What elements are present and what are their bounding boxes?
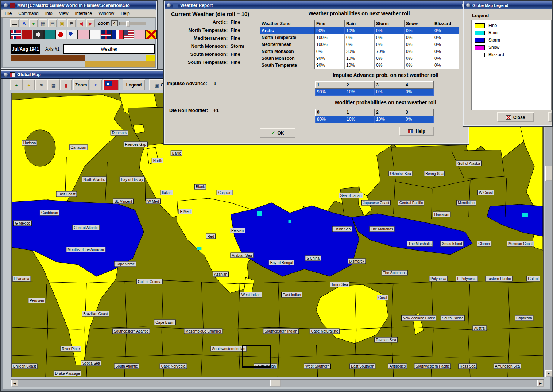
sea-zone-label: Faeroes Gap [124,142,148,147]
counters-button[interactable]: ● [10,79,23,90]
flag-france[interactable] [112,30,123,39]
annotation-button[interactable]: A [20,19,28,27]
flag-teal[interactable] [44,30,55,39]
windows-icon: ▦ [41,21,45,26]
menu-interface[interactable]: Interface [72,10,96,17]
grid-toggle-button[interactable]: ▦ [47,79,60,90]
prob-row[interactable]: South Temperate90%10%0%0%0% [260,62,459,69]
map-horizontal-scrollbar[interactable]: ◀ ▶ [11,379,544,387]
thermometer-button[interactable]: ▮ [60,79,72,90]
flag-white[interactable] [89,30,100,39]
sea-zone-label: Mozambique Channel [184,329,222,334]
menu-file[interactable]: File [1,10,15,17]
flag-toggle-button-icon: ⚑ [39,83,43,88]
windows-button[interactable]: ▦ [39,19,47,27]
current-zone-value: Fine [231,27,240,33]
impulse-advance-line: Impulse Advance:1 [167,81,216,86]
sea-zone-label: West Indian [240,292,262,298]
sea-zone-label: Xmas Island [440,241,463,247]
sea-areas-button[interactable]: ≈ [90,79,102,90]
flag-japan[interactable] [55,30,66,39]
flag-pink-2[interactable] [135,30,146,39]
nationality-flag-button[interactable] [103,79,119,90]
die-roll-modifier-value: +1 [213,108,219,113]
sea-zone-label: The Solomons [382,270,408,276]
flag-toggle-button[interactable]: ⚑ [35,79,47,90]
help-button[interactable]: Help [399,127,434,136]
sea-zone-label: Persian [230,228,245,233]
sea-zone-label: China Sea [332,226,352,232]
sea-zone-label: North [152,158,163,163]
mini-value-cell: 80% [316,116,345,123]
scroll-right-icon[interactable]: ▶ [537,380,544,387]
close-button[interactable]: Close [497,112,534,122]
prob-row[interactable]: Arctic90%10%0%0%0% [260,27,459,34]
rivet-icon [4,3,8,7]
menu-command[interactable]: Command [15,10,42,17]
global-map-toolbar: ●●⚑▦▮Zoom≈Legend▣Clos [10,79,176,92]
sea-zone-label: Canadian [69,145,88,150]
current-weather-header: Current Weather (die roll = 10) [171,11,249,17]
mini-column-header: 2 [375,109,404,116]
menu-view[interactable]: View [56,10,72,17]
sea-zone-label: Drake Passage [54,371,81,376]
weather-report-titlebar[interactable]: Weather Report [165,1,468,9]
weather-prob-header: Weather probabilities on next weather ro… [260,11,459,16]
snow-swatch [475,45,485,50]
prob-value-cell: 0% [405,34,433,41]
prob-zone-cell: North Monsoon [260,48,315,55]
ok-button[interactable]: ✔ OK [260,128,295,138]
flag-norway[interactable] [10,30,21,39]
flag-cross[interactable] [146,30,157,39]
prob-row[interactable]: North Temperate100%0%0%0%0% [260,34,459,41]
flag-uk[interactable] [101,30,112,39]
prob-row[interactable]: North Monsoon0%30%70%0%0% [260,48,459,55]
legend-titlebar[interactable]: Globe Map Legend [464,1,552,9]
flag-pink[interactable] [78,30,89,39]
sea-zone-label: Arabian Sea [230,253,253,258]
prob-row[interactable]: Mediterranean100%0%0%0%0% [260,41,459,48]
main-titlebar[interactable]: Mwif [C:\Matrix Games\World in Flames\Sc… [1,1,156,9]
menu-info[interactable]: Info [42,10,56,17]
scroll-left-icon[interactable]: ◀ [11,380,18,387]
flag-button[interactable]: ⚑ [67,19,76,27]
close-icon [506,115,511,120]
tile-button[interactable]: ▤ [48,19,57,27]
zoom-map-button-label: Zoom [75,82,87,88]
map-window-icon [10,72,15,77]
flag-usa[interactable] [123,30,134,39]
globe-button[interactable]: ● [29,19,38,27]
current-zone-label: Arctic: [164,19,228,25]
partial-button[interactable] [548,112,552,122]
current-zone-label: Mediterranean: [164,35,228,41]
current-weather-row: Mediterranean:Fine [164,34,244,42]
prob-column-header: Storm [375,20,405,27]
legend-button[interactable]: Legend [123,79,145,90]
back-button[interactable]: ◀ [77,19,85,27]
zoom-map-button[interactable]: Zoom [73,79,89,90]
zoom-slider[interactable] [119,22,146,25]
menu-help[interactable]: Help [117,10,133,17]
sea-zone-label: The Marshalls [407,241,433,247]
legend-entry: Fine [472,22,551,29]
markers-button[interactable]: ● [23,79,35,90]
prob-column-header: Snow [405,20,433,27]
units-button[interactable]: ▬ [10,19,19,27]
vscroll-track[interactable] [545,100,552,370]
flag-china[interactable] [67,30,78,39]
map-vertical-scrollbar[interactable]: ▲ ▼ [545,93,553,377]
forward-button[interactable]: ▶ [86,19,95,27]
die-roll-modifier-label: Die Roll Modifier: [169,108,208,113]
menu-window[interactable]: Window [95,10,117,17]
main-window-title: Mwif [C:\Matrix Games\World in Flames\Sc… [17,3,130,8]
hscroll-track[interactable] [18,380,537,387]
zoom-slider-thumb[interactable] [126,21,130,27]
vscroll-thumb[interactable] [545,166,552,181]
scroll-down-icon[interactable]: ▼ [545,370,552,377]
prob-value-cell: 0% [375,27,405,34]
prob-row[interactable]: South Monsoon90%10%0%0%0% [260,55,459,62]
flag-ussr[interactable] [22,30,32,39]
marker-button[interactable]: ▣ [58,19,66,27]
flag-germany[interactable] [33,30,44,39]
hscroll-thumb[interactable] [270,380,281,387]
